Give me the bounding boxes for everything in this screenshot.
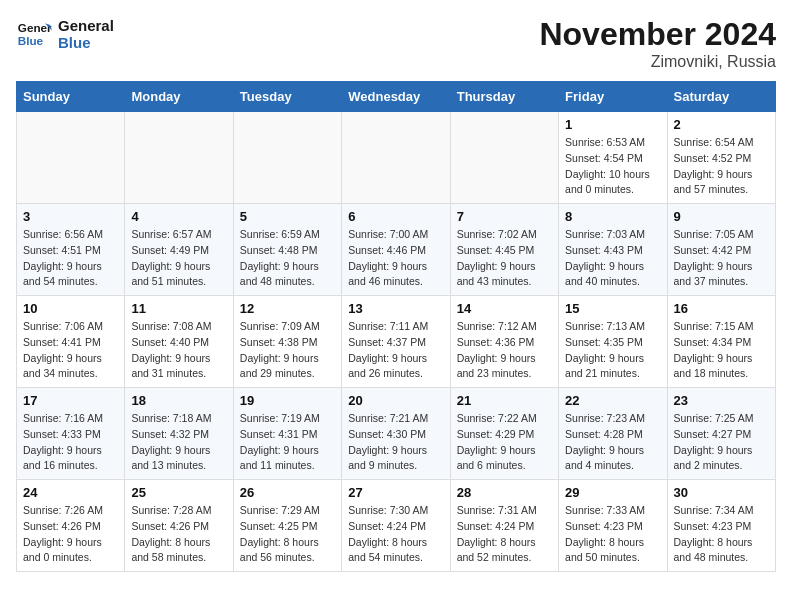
calendar-cell: 8Sunrise: 7:03 AM Sunset: 4:43 PM Daylig… xyxy=(559,204,667,296)
day-number: 5 xyxy=(240,209,335,224)
svg-text:General: General xyxy=(18,21,52,34)
day-number: 29 xyxy=(565,485,660,500)
weekday-header-row: SundayMondayTuesdayWednesdayThursdayFrid… xyxy=(17,82,776,112)
calendar-week-row: 3Sunrise: 6:56 AM Sunset: 4:51 PM Daylig… xyxy=(17,204,776,296)
day-info: Sunrise: 7:15 AM Sunset: 4:34 PM Dayligh… xyxy=(674,319,769,382)
day-number: 16 xyxy=(674,301,769,316)
day-info: Sunrise: 6:59 AM Sunset: 4:48 PM Dayligh… xyxy=(240,227,335,290)
weekday-header-cell: Monday xyxy=(125,82,233,112)
calendar-cell: 1Sunrise: 6:53 AM Sunset: 4:54 PM Daylig… xyxy=(559,112,667,204)
day-number: 15 xyxy=(565,301,660,316)
calendar-body: 1Sunrise: 6:53 AM Sunset: 4:54 PM Daylig… xyxy=(17,112,776,572)
weekday-header-cell: Sunday xyxy=(17,82,125,112)
calendar-cell: 15Sunrise: 7:13 AM Sunset: 4:35 PM Dayli… xyxy=(559,296,667,388)
day-info: Sunrise: 7:05 AM Sunset: 4:42 PM Dayligh… xyxy=(674,227,769,290)
day-number: 25 xyxy=(131,485,226,500)
day-info: Sunrise: 7:25 AM Sunset: 4:27 PM Dayligh… xyxy=(674,411,769,474)
logo-text: GeneralBlue xyxy=(58,17,114,52)
svg-text:Blue: Blue xyxy=(18,34,44,47)
day-info: Sunrise: 7:30 AM Sunset: 4:24 PM Dayligh… xyxy=(348,503,443,566)
day-info: Sunrise: 6:56 AM Sunset: 4:51 PM Dayligh… xyxy=(23,227,118,290)
calendar-cell: 4Sunrise: 6:57 AM Sunset: 4:49 PM Daylig… xyxy=(125,204,233,296)
day-info: Sunrise: 7:03 AM Sunset: 4:43 PM Dayligh… xyxy=(565,227,660,290)
calendar-cell: 25Sunrise: 7:28 AM Sunset: 4:26 PM Dayli… xyxy=(125,480,233,572)
day-info: Sunrise: 7:13 AM Sunset: 4:35 PM Dayligh… xyxy=(565,319,660,382)
day-number: 21 xyxy=(457,393,552,408)
day-info: Sunrise: 7:11 AM Sunset: 4:37 PM Dayligh… xyxy=(348,319,443,382)
title-block: November 2024 Zimovniki, Russia xyxy=(539,16,776,71)
day-number: 3 xyxy=(23,209,118,224)
day-number: 8 xyxy=(565,209,660,224)
day-info: Sunrise: 7:12 AM Sunset: 4:36 PM Dayligh… xyxy=(457,319,552,382)
day-info: Sunrise: 7:19 AM Sunset: 4:31 PM Dayligh… xyxy=(240,411,335,474)
calendar-cell: 14Sunrise: 7:12 AM Sunset: 4:36 PM Dayli… xyxy=(450,296,558,388)
weekday-header-cell: Friday xyxy=(559,82,667,112)
weekday-header-cell: Wednesday xyxy=(342,82,450,112)
calendar-cell: 18Sunrise: 7:18 AM Sunset: 4:32 PM Dayli… xyxy=(125,388,233,480)
day-info: Sunrise: 7:33 AM Sunset: 4:23 PM Dayligh… xyxy=(565,503,660,566)
calendar-cell: 11Sunrise: 7:08 AM Sunset: 4:40 PM Dayli… xyxy=(125,296,233,388)
day-number: 24 xyxy=(23,485,118,500)
calendar-cell: 6Sunrise: 7:00 AM Sunset: 4:46 PM Daylig… xyxy=(342,204,450,296)
calendar-cell: 23Sunrise: 7:25 AM Sunset: 4:27 PM Dayli… xyxy=(667,388,775,480)
day-number: 12 xyxy=(240,301,335,316)
calendar-cell: 21Sunrise: 7:22 AM Sunset: 4:29 PM Dayli… xyxy=(450,388,558,480)
day-number: 14 xyxy=(457,301,552,316)
calendar-cell: 3Sunrise: 6:56 AM Sunset: 4:51 PM Daylig… xyxy=(17,204,125,296)
day-info: Sunrise: 7:06 AM Sunset: 4:41 PM Dayligh… xyxy=(23,319,118,382)
calendar-cell: 29Sunrise: 7:33 AM Sunset: 4:23 PM Dayli… xyxy=(559,480,667,572)
day-info: Sunrise: 7:31 AM Sunset: 4:24 PM Dayligh… xyxy=(457,503,552,566)
day-info: Sunrise: 7:08 AM Sunset: 4:40 PM Dayligh… xyxy=(131,319,226,382)
day-number: 1 xyxy=(565,117,660,132)
day-info: Sunrise: 7:09 AM Sunset: 4:38 PM Dayligh… xyxy=(240,319,335,382)
day-info: Sunrise: 6:53 AM Sunset: 4:54 PM Dayligh… xyxy=(565,135,660,198)
calendar-week-row: 10Sunrise: 7:06 AM Sunset: 4:41 PM Dayli… xyxy=(17,296,776,388)
day-info: Sunrise: 7:26 AM Sunset: 4:26 PM Dayligh… xyxy=(23,503,118,566)
calendar-cell: 20Sunrise: 7:21 AM Sunset: 4:30 PM Dayli… xyxy=(342,388,450,480)
day-number: 19 xyxy=(240,393,335,408)
day-number: 13 xyxy=(348,301,443,316)
logo: General Blue GeneralBlue xyxy=(16,16,114,52)
calendar-cell: 13Sunrise: 7:11 AM Sunset: 4:37 PM Dayli… xyxy=(342,296,450,388)
weekday-header-cell: Saturday xyxy=(667,82,775,112)
calendar-cell: 12Sunrise: 7:09 AM Sunset: 4:38 PM Dayli… xyxy=(233,296,341,388)
day-number: 2 xyxy=(674,117,769,132)
calendar-cell: 24Sunrise: 7:26 AM Sunset: 4:26 PM Dayli… xyxy=(17,480,125,572)
day-info: Sunrise: 7:23 AM Sunset: 4:28 PM Dayligh… xyxy=(565,411,660,474)
day-info: Sunrise: 7:28 AM Sunset: 4:26 PM Dayligh… xyxy=(131,503,226,566)
calendar-cell: 10Sunrise: 7:06 AM Sunset: 4:41 PM Dayli… xyxy=(17,296,125,388)
day-info: Sunrise: 6:57 AM Sunset: 4:49 PM Dayligh… xyxy=(131,227,226,290)
day-info: Sunrise: 7:18 AM Sunset: 4:32 PM Dayligh… xyxy=(131,411,226,474)
calendar-cell: 26Sunrise: 7:29 AM Sunset: 4:25 PM Dayli… xyxy=(233,480,341,572)
calendar-cell: 28Sunrise: 7:31 AM Sunset: 4:24 PM Dayli… xyxy=(450,480,558,572)
weekday-header-cell: Thursday xyxy=(450,82,558,112)
calendar-cell: 9Sunrise: 7:05 AM Sunset: 4:42 PM Daylig… xyxy=(667,204,775,296)
day-number: 9 xyxy=(674,209,769,224)
day-info: Sunrise: 7:29 AM Sunset: 4:25 PM Dayligh… xyxy=(240,503,335,566)
calendar-cell: 16Sunrise: 7:15 AM Sunset: 4:34 PM Dayli… xyxy=(667,296,775,388)
day-number: 22 xyxy=(565,393,660,408)
calendar-cell: 27Sunrise: 7:30 AM Sunset: 4:24 PM Dayli… xyxy=(342,480,450,572)
calendar-table: SundayMondayTuesdayWednesdayThursdayFrid… xyxy=(16,81,776,572)
calendar-cell: 2Sunrise: 6:54 AM Sunset: 4:52 PM Daylig… xyxy=(667,112,775,204)
day-number: 10 xyxy=(23,301,118,316)
day-info: Sunrise: 7:00 AM Sunset: 4:46 PM Dayligh… xyxy=(348,227,443,290)
day-number: 7 xyxy=(457,209,552,224)
calendar-cell: 7Sunrise: 7:02 AM Sunset: 4:45 PM Daylig… xyxy=(450,204,558,296)
day-info: Sunrise: 7:22 AM Sunset: 4:29 PM Dayligh… xyxy=(457,411,552,474)
day-number: 17 xyxy=(23,393,118,408)
month-title: November 2024 xyxy=(539,16,776,53)
day-number: 23 xyxy=(674,393,769,408)
calendar-cell xyxy=(125,112,233,204)
calendar-cell: 19Sunrise: 7:19 AM Sunset: 4:31 PM Dayli… xyxy=(233,388,341,480)
header: General Blue GeneralBlue November 2024 Z… xyxy=(16,16,776,71)
calendar-cell xyxy=(342,112,450,204)
day-info: Sunrise: 7:21 AM Sunset: 4:30 PM Dayligh… xyxy=(348,411,443,474)
calendar-cell: 17Sunrise: 7:16 AM Sunset: 4:33 PM Dayli… xyxy=(17,388,125,480)
day-info: Sunrise: 6:54 AM Sunset: 4:52 PM Dayligh… xyxy=(674,135,769,198)
calendar-cell: 30Sunrise: 7:34 AM Sunset: 4:23 PM Dayli… xyxy=(667,480,775,572)
day-number: 27 xyxy=(348,485,443,500)
day-info: Sunrise: 7:16 AM Sunset: 4:33 PM Dayligh… xyxy=(23,411,118,474)
location-title: Zimovniki, Russia xyxy=(539,53,776,71)
day-number: 6 xyxy=(348,209,443,224)
